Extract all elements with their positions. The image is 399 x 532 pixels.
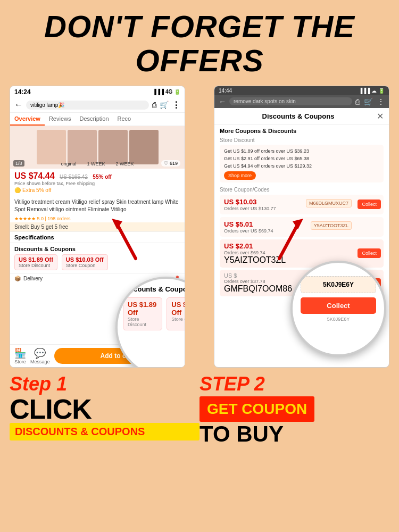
step1-sub-box: DISCOUNTS & COUPONS <box>10 423 200 440</box>
product-images: 1/8 original 1 WEEK 2 WEEK ♡ 619 <box>10 126 185 169</box>
left-nav-bar: ← vitiligo lamp🎉 ⎙ 🛒 ⋮ <box>10 98 185 113</box>
step1-action: CLICK <box>10 395 200 423</box>
modal-title: Discounts & Coupons <box>220 112 377 120</box>
right-nav-bar: ← remove dark spots on skin ⎙ 🛒 ⋮ <box>214 95 389 108</box>
step1-label: Step 1 <box>10 373 200 395</box>
collect-btn-1[interactable]: Collect <box>358 200 381 209</box>
share-icon[interactable]: ⎙ <box>152 101 156 109</box>
left-phone-screen: 14:24 ▐▐▐ 4G 🔋 ← vitiligo lamp🎉 ⎙ 🛒 ⋮ Ov… <box>10 86 185 368</box>
specifications-row: Specifications <box>10 231 185 243</box>
step1-sub-text: DISCOUNTS & COUPONS <box>15 426 145 437</box>
message-icon[interactable]: 💬 <box>34 347 46 359</box>
big-collect-btn[interactable]: Collect <box>301 297 376 314</box>
coupon-item-1: US $10.03 Orders over US $130.77 M66DLGM… <box>220 195 384 214</box>
discount-row-3: Get US $4.94 off orders over US $129.32 <box>224 162 379 170</box>
right-more-icon[interactable]: ⋮ <box>377 97 385 106</box>
coupon-tag-1: US $1.89 Off Store Discount <box>14 254 57 270</box>
back-icon[interactable]: ← <box>14 100 23 110</box>
shop-more-btn[interactable]: Shop more <box>224 171 256 180</box>
right-cart-icon[interactable]: 🛒 <box>364 97 373 106</box>
image-counter: 1/8 <box>13 160 24 167</box>
coupon-code-1: M66DLGMUXUC7 <box>306 199 352 207</box>
search-box[interactable]: vitiligo lamp🎉 <box>26 101 149 110</box>
right-share-icon[interactable]: ⎙ <box>355 97 360 106</box>
price-original: US $165.42 <box>60 174 88 180</box>
buy-get-banner: Smell: Buy 5 get 5 free <box>10 222 185 231</box>
svg-line-2 <box>279 224 298 259</box>
modal-close-btn[interactable]: ✕ <box>377 111 384 121</box>
coupon-code-4: GMFBQI7OOM86 <box>224 284 292 293</box>
step2-action-text: GET COUPON <box>207 401 307 417</box>
store-discount-section: Store Discount Get US $1.89 off orders o… <box>214 135 389 185</box>
right-search-box[interactable]: remove dark spots on skin <box>229 97 352 105</box>
star-rating: ★★★★★ 5.0 | 198 orders <box>10 215 185 222</box>
discounts-title: Discounts & Coupons <box>14 246 180 252</box>
red-arrow-right <box>274 216 306 264</box>
price-main: US $74.44 <box>14 171 55 180</box>
left-status-bar: 14:24 ▐▐▐ 4G 🔋 <box>10 86 185 98</box>
modal-subtitle: More Coupons & Discounts <box>214 125 389 135</box>
discounts-coupons-section[interactable]: Discounts & Coupons US $1.89 Off Store D… <box>10 243 185 273</box>
coupon-tag-2: US $10.03 Off Store Coupon <box>62 254 108 270</box>
step1-col: Step 1 CLICK DISCOUNTS & COUPONS <box>10 373 200 445</box>
image-labels: original 1 WEEK 2 WEEK <box>61 161 134 167</box>
extra-off: 🟡 Extra 5% off <box>14 186 180 194</box>
cart-icon[interactable]: 🛒 <box>160 101 169 109</box>
price-section: US $74.44 US $165.42 55% off Price shown… <box>10 169 185 197</box>
product-title: Vitiligo treatment cream Vitiligo relief… <box>10 197 185 215</box>
price-note: Price shown before tax, Free shipping <box>14 181 180 186</box>
circle-coupon-2: US $10.03 Off Store Coupon <box>167 297 185 330</box>
step2-action-box: GET COUPON <box>200 396 314 422</box>
coupon-code-2: Y5AIZTOOT3ZL <box>311 221 352 230</box>
tab-bar: Overview Reviews Description Reco <box>10 113 185 126</box>
left-circle-magnifier: Discounts & Coupons US $1.89 Off Store D… <box>115 277 185 368</box>
modal-header: Discounts & Coupons ✕ <box>214 108 389 125</box>
collect-btn-3[interactable]: Collect <box>358 248 381 258</box>
discount-row-1: Get US $1.89 off orders over US $39.23 <box>224 147 379 155</box>
discount-row-2: Get US $2.91 off orders over US $65.38 <box>224 155 379 162</box>
svg-line-0 <box>117 224 136 259</box>
more-icon[interactable]: ⋮ <box>172 100 180 110</box>
step2-col: STEP 2 GET COUPON TO BUY <box>200 373 389 445</box>
store-icon[interactable]: 🏪 <box>14 347 26 359</box>
step2-sub: TO BUY <box>200 423 284 445</box>
right-status-bar: 14:44 ▐▐▐ ☁ 🔋 <box>214 86 389 95</box>
red-arrow-left <box>109 216 141 264</box>
right-back-icon[interactable]: ← <box>219 97 226 106</box>
step2-label: STEP 2 <box>200 373 265 395</box>
like-badge[interactable]: ♡ 619 <box>161 160 180 167</box>
circle-coupon-1: US $1.89 Off Store Discount <box>123 297 162 330</box>
discount-badge: 55% off <box>93 174 112 180</box>
main-title: DON'T FORGET THE OFFERS <box>0 0 399 83</box>
page-container: DON'T FORGET THE OFFERS 14:24 ▐▐▐ 4G 🔋 ←… <box>0 0 399 532</box>
right-circle-magnifier: 5K0J9E6Y Collect 5K0J9E6Y <box>290 261 386 356</box>
